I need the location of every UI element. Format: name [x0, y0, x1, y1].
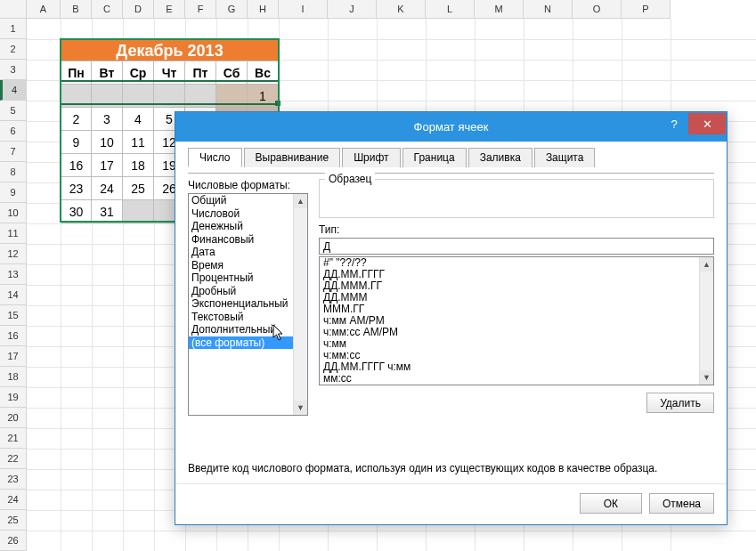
row-header[interactable]: 2: [0, 39, 27, 60]
cancel-button[interactable]: Отмена: [649, 493, 714, 514]
row-header[interactable]: 16: [0, 326, 27, 346]
category-item[interactable]: Дата: [189, 246, 293, 259]
category-item[interactable]: Общий: [189, 194, 293, 207]
category-item[interactable]: (все форматы): [189, 336, 293, 350]
column-header[interactable]: N: [524, 0, 573, 19]
row-header[interactable]: 3: [0, 60, 27, 80]
calendar-cell[interactable]: 17: [92, 154, 123, 177]
scroll-down-icon[interactable]: ▼: [700, 370, 713, 385]
column-header[interactable]: K: [377, 0, 426, 19]
calendar-cell[interactable]: 10: [92, 131, 123, 154]
row-header[interactable]: 7: [0, 142, 27, 162]
row-header[interactable]: 8: [0, 162, 27, 182]
calendar-cell[interactable]: 30: [61, 200, 92, 223]
category-item[interactable]: Процентный: [189, 271, 293, 285]
row-header[interactable]: 14: [0, 285, 27, 305]
row-header[interactable]: 20: [0, 408, 27, 428]
calendar-cell[interactable]: 11: [123, 131, 154, 154]
category-listbox[interactable]: ОбщийЧисловойДенежныйФинансовыйДатаВремя…: [188, 193, 308, 416]
tab-шрифт[interactable]: Шрифт: [342, 148, 400, 167]
column-header[interactable]: B: [61, 0, 92, 19]
row-header[interactable]: 12: [0, 244, 27, 264]
tab-защита[interactable]: Защита: [534, 148, 596, 167]
column-header[interactable]: O: [573, 0, 622, 19]
calendar-cell[interactable]: 31: [92, 200, 123, 223]
tab-граница[interactable]: Граница: [402, 148, 467, 167]
calendar-cell[interactable]: 2: [61, 108, 92, 131]
scrollbar[interactable]: ▲ ▼: [293, 194, 307, 415]
scroll-down-icon[interactable]: ▼: [294, 401, 307, 415]
row-header[interactable]: 21: [0, 428, 27, 449]
category-item[interactable]: Время: [189, 259, 293, 272]
column-header[interactable]: D: [123, 0, 154, 19]
row-header[interactable]: 26: [0, 531, 27, 551]
calendar-cell[interactable]: [216, 85, 248, 108]
calendar-cell[interactable]: 9: [61, 131, 92, 154]
row-header[interactable]: 18: [0, 367, 27, 387]
column-header[interactable]: J: [328, 0, 377, 19]
column-header[interactable]: C: [92, 0, 123, 19]
row-header[interactable]: 4: [0, 80, 27, 101]
category-item[interactable]: Экспоненциальный: [189, 297, 293, 311]
row-header[interactable]: 19: [0, 387, 27, 408]
row-header[interactable]: 9: [0, 182, 27, 203]
tab-заливка[interactable]: Заливка: [468, 148, 532, 167]
select-all-corner[interactable]: [0, 0, 27, 19]
column-header[interactable]: F: [185, 0, 216, 19]
calendar-cell[interactable]: [123, 200, 154, 223]
calendar-cell[interactable]: [185, 85, 216, 108]
row-header[interactable]: 11: [0, 223, 27, 244]
column-header[interactable]: L: [426, 0, 475, 19]
type-item[interactable]: ДД.ММ.ГГГГ ч:мм: [320, 361, 699, 373]
delete-button[interactable]: Удалить: [646, 393, 714, 413]
scroll-up-icon[interactable]: ▲: [700, 257, 713, 271]
row-header[interactable]: 1: [0, 19, 27, 39]
row-header[interactable]: 24: [0, 490, 27, 510]
calendar-cell[interactable]: 18: [123, 154, 154, 177]
column-header[interactable]: H: [248, 0, 279, 19]
scroll-up-icon[interactable]: ▲: [294, 194, 307, 208]
help-button[interactable]: ?: [660, 112, 688, 135]
tab-выравнивание[interactable]: Выравнивание: [244, 148, 341, 167]
calendar-cell[interactable]: 3: [92, 108, 123, 131]
calendar-cell[interactable]: [154, 85, 185, 108]
column-header[interactable]: A: [27, 0, 61, 19]
calendar-cell[interactable]: 16: [61, 154, 92, 177]
close-button[interactable]: ✕: [688, 113, 726, 134]
row-header[interactable]: 23: [0, 469, 27, 490]
category-item[interactable]: Дополнительный: [189, 323, 293, 336]
type-input[interactable]: [319, 238, 714, 255]
calendar-cell[interactable]: 1: [248, 85, 279, 108]
category-item[interactable]: Финансовый: [189, 233, 293, 247]
category-item[interactable]: Дробный: [189, 285, 293, 298]
column-header[interactable]: E: [154, 0, 185, 19]
row-header[interactable]: 25: [0, 510, 27, 531]
row-header[interactable]: 6: [0, 121, 27, 142]
calendar-cell[interactable]: [123, 85, 154, 108]
calendar-cell[interactable]: 24: [92, 177, 123, 200]
dialog-titlebar[interactable]: Формат ячеек ? ✕: [175, 112, 727, 142]
row-header[interactable]: 22: [0, 449, 27, 469]
row-header[interactable]: 15: [0, 305, 27, 326]
ok-button[interactable]: ОК: [580, 493, 642, 514]
calendar-cell[interactable]: [61, 85, 92, 108]
column-header[interactable]: G: [216, 0, 248, 19]
type-listbox[interactable]: #" "??/??ДД.ММ.ГГГГДД.МММ.ГГДД.ММММММ.ГГ…: [319, 256, 714, 385]
scrollbar[interactable]: ▲ ▼: [699, 257, 713, 385]
type-item[interactable]: ДД.МММ.ГГ: [320, 280, 699, 292]
column-header[interactable]: I: [279, 0, 328, 19]
calendar-cell[interactable]: 25: [123, 177, 154, 200]
tab-число[interactable]: Число: [188, 148, 242, 167]
column-header[interactable]: P: [622, 0, 671, 19]
category-item[interactable]: Текстовый: [189, 311, 293, 324]
row-header[interactable]: 17: [0, 346, 27, 367]
type-item[interactable]: ч:мм:сс AM/PM: [320, 327, 699, 338]
type-item[interactable]: ч:мм: [320, 338, 699, 350]
category-item[interactable]: Числовой: [189, 207, 293, 221]
row-header[interactable]: 5: [0, 101, 27, 121]
category-item[interactable]: Денежный: [189, 220, 293, 233]
calendar-cell[interactable]: [92, 85, 123, 108]
calendar-cell[interactable]: 4: [123, 108, 154, 131]
column-header[interactable]: M: [475, 0, 524, 19]
row-header[interactable]: 10: [0, 203, 27, 223]
